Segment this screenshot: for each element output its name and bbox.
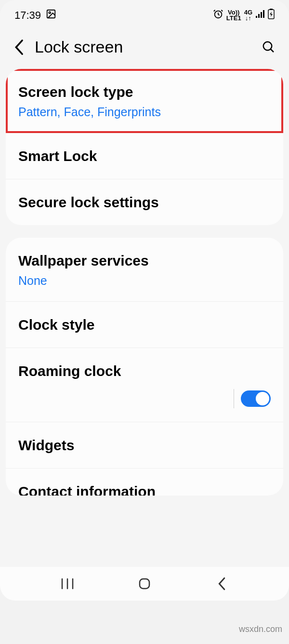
item-title: Smart Lock <box>18 147 271 165</box>
svg-rect-14 <box>140 579 149 589</box>
alarm-icon <box>213 9 223 22</box>
svg-rect-6 <box>263 10 264 18</box>
signal-icon <box>255 9 265 22</box>
item-title: Widgets <box>18 436 271 455</box>
battery-charging-icon <box>268 9 275 22</box>
watermark: wsxdn.com <box>239 624 282 634</box>
status-time: 17:39 <box>14 9 41 22</box>
item-subtitle: None <box>18 274 271 288</box>
page-header: Lock screen <box>0 27 289 69</box>
item-subtitle: Pattern, Face, Fingerprints <box>18 105 271 119</box>
roaming-clock-toggle-row <box>6 384 283 422</box>
item-title: Contact information <box>18 482 271 496</box>
screenshot-icon <box>46 9 56 22</box>
roaming-clock-toggle[interactable] <box>241 390 271 407</box>
status-bar: 17:39 Vo)) LTE1 4G ↓↑ <box>0 0 289 27</box>
back-button[interactable] <box>12 40 26 54</box>
svg-point-1 <box>49 12 51 13</box>
svg-rect-8 <box>270 9 273 10</box>
svg-line-10 <box>271 49 274 52</box>
svg-rect-5 <box>261 12 262 18</box>
svg-rect-3 <box>256 16 257 18</box>
wallpaper-services-item[interactable]: Wallpaper services None <box>6 238 283 302</box>
page-title: Lock screen <box>35 38 251 56</box>
contact-information-item[interactable]: Contact information <box>6 469 283 496</box>
item-title: Secure lock settings <box>18 193 271 212</box>
item-title: Roaming clock <box>18 362 271 380</box>
recents-button[interactable] <box>58 574 77 593</box>
nav-back-button[interactable] <box>212 574 231 593</box>
clock-style-item[interactable]: Clock style <box>6 302 283 348</box>
item-title: Clock style <box>18 315 271 334</box>
roaming-clock-item[interactable]: Roaming clock <box>6 348 283 384</box>
smart-lock-item[interactable]: Smart Lock <box>6 133 283 179</box>
volte-indicator: Vo)) LTE1 <box>226 10 241 21</box>
item-title: Wallpaper services <box>18 251 271 270</box>
secure-lock-settings-item[interactable]: Secure lock settings <box>6 179 283 225</box>
screen-lock-type-item[interactable]: Screen lock type Pattern, Face, Fingerpr… <box>6 69 283 133</box>
settings-group-1: Screen lock type Pattern, Face, Fingerpr… <box>6 69 283 225</box>
search-button[interactable] <box>260 39 277 56</box>
item-title: Screen lock type <box>18 82 271 101</box>
toggle-divider <box>234 389 234 408</box>
svg-rect-4 <box>258 14 260 18</box>
navigation-bar <box>0 567 289 601</box>
widgets-item[interactable]: Widgets <box>6 422 283 469</box>
home-button[interactable] <box>135 574 154 593</box>
settings-group-2: Wallpaper services None Clock style Roam… <box>6 238 283 496</box>
network-indicator: 4G ↓↑ <box>244 10 252 21</box>
svg-point-9 <box>263 41 272 50</box>
